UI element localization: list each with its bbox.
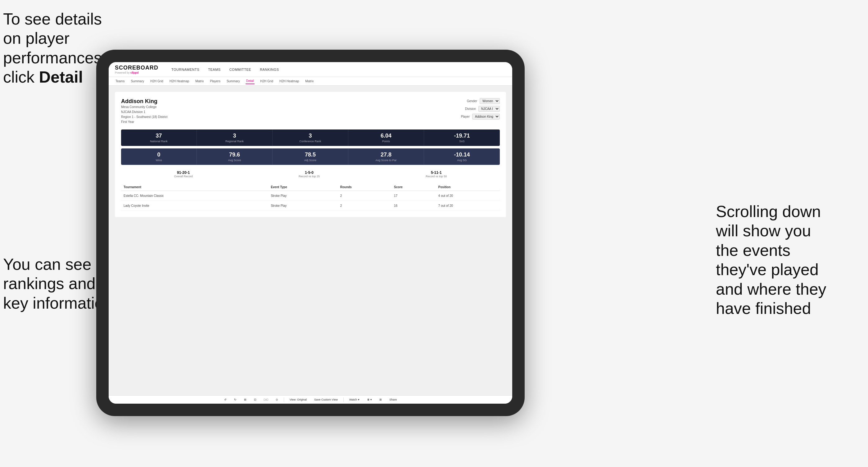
toolbar-circle[interactable]: ⊙	[274, 398, 280, 402]
player-name: Addison King	[121, 98, 168, 105]
stat-avg-score-label: Avg Score	[199, 159, 270, 162]
stat-avg-sg: -10.14 Avg SG	[424, 148, 500, 165]
sub-nav-h2hgrid1[interactable]: H2H Grid	[150, 79, 164, 84]
toolbar-redo[interactable]: ↻	[232, 398, 239, 402]
sub-nav-players[interactable]: Players	[210, 79, 221, 84]
stats-row-2: 0 Wins 79.6 Avg Score 78.5 Adj Score 27.…	[121, 148, 500, 165]
overall-record: 91-20-1 Overall Record	[174, 170, 193, 178]
stat-avg-sg-value: -10.14	[427, 152, 497, 158]
player-card: Addison King Mesa Community College NJCA…	[115, 92, 506, 217]
player-header: Addison King Mesa Community College NJCA…	[121, 98, 500, 125]
player-college: Mesa Community College	[121, 105, 168, 110]
sub-nav-matrix1[interactable]: Matrix	[195, 79, 204, 84]
logo-powered: Powered by clippd	[115, 71, 158, 74]
table-header-row: Tournament Event Type Rounds Score Posit…	[121, 184, 500, 191]
player-info: Addison King Mesa Community College NJCA…	[121, 98, 168, 125]
stat-sos-value: -19.71	[427, 132, 497, 139]
record-row: 91-20-1 Overall Record 1-5-0 Record vs t…	[121, 169, 500, 179]
position-2: 7 out of 20	[436, 201, 500, 211]
tablet-screen: SCOREBOARD Powered by clippd TOURNAMENTS…	[108, 62, 512, 404]
stat-sos-label: SoS	[427, 140, 497, 143]
table-row[interactable]: Lady Coyote Invite Stroke Play 2 16 7 ou…	[121, 201, 500, 211]
sub-nav-h2hgrid2[interactable]: H2H Grid	[259, 79, 274, 84]
record-top50: 5-11-1 Record vs top 50	[426, 170, 447, 178]
toolbar-grid1[interactable]: ⊞	[242, 398, 248, 402]
toolbar-grid3[interactable]: ⊞	[377, 398, 384, 402]
stat-adj-score-value: 78.5	[275, 152, 345, 158]
event-type-2: Stroke Play	[268, 201, 338, 211]
toolbar-sep-1	[284, 398, 284, 402]
toolbar-share[interactable]: Share	[388, 398, 399, 402]
stat-points-label: Points	[351, 140, 421, 143]
toolbar-watch[interactable]: Watch ▾	[347, 398, 361, 402]
division-filter: Division NJCAA I	[465, 106, 500, 112]
top-nav: SCOREBOARD Powered by clippd TOURNAMENTS…	[108, 62, 512, 77]
overall-record-value: 91-20-1	[174, 170, 193, 175]
content-area: Addison King Mesa Community College NJCA…	[108, 86, 512, 395]
col-score: Score	[392, 184, 436, 191]
gender-select[interactable]: Women	[479, 98, 500, 104]
record-top50-value: 5-11-1	[426, 170, 447, 175]
nav-committee[interactable]: COMMITTEE	[229, 66, 252, 73]
tournament-name-1: Estella CC- Mountain Classic	[121, 191, 268, 201]
toolbar-dash[interactable]: □-□	[262, 398, 270, 402]
record-top25-value: 1-5-0	[299, 170, 320, 175]
sub-nav-h2hheatmap2[interactable]: H2H Heatmap	[279, 79, 300, 84]
sub-nav-h2hheatmap1[interactable]: H2H Heatmap	[169, 79, 190, 84]
stat-national-rank-label: National Rank	[124, 140, 194, 143]
col-rounds: Rounds	[338, 184, 392, 191]
stat-sos: -19.71 SoS	[424, 129, 500, 146]
player-filters: Gender Women Division NJCAA I	[461, 98, 500, 125]
stat-points: 6.04 Points	[348, 129, 424, 146]
nav-tournaments[interactable]: TOURNAMENTS	[171, 66, 200, 73]
toolbar-screen[interactable]: 🖥 ▾	[365, 398, 374, 402]
stat-conference-rank-value: 3	[275, 132, 345, 139]
toolbar-undo[interactable]: ↺	[222, 398, 228, 402]
sub-nav-matrix2[interactable]: Matrix	[305, 79, 314, 84]
overall-record-label: Overall Record	[174, 175, 193, 178]
stat-regional-rank-value: 3	[199, 132, 270, 139]
event-type-1: Stroke Play	[268, 191, 338, 201]
toolbar-save-custom[interactable]: Save Custom View	[312, 398, 340, 402]
record-top25-label: Record vs top 25	[299, 175, 320, 178]
player-label: Player	[461, 115, 470, 118]
stat-avg-score-value: 79.6	[199, 152, 270, 158]
logo-area: SCOREBOARD Powered by clippd	[115, 65, 158, 74]
table-row[interactable]: Estella CC- Mountain Classic Stroke Play…	[121, 191, 500, 201]
stat-conference-rank-label: Conference Rank	[275, 140, 345, 143]
stat-adj-score-label: Adj Score	[275, 159, 345, 162]
stat-wins: 0 Wins	[121, 148, 197, 165]
gender-filter: Gender Women	[467, 98, 500, 104]
score-2: 16	[392, 201, 436, 211]
stat-conference-rank: 3 Conference Rank	[273, 129, 348, 146]
stat-points-value: 6.04	[351, 132, 421, 139]
division-select[interactable]: NJCAA I	[478, 106, 500, 112]
toolbar-view-original[interactable]: View: Original	[288, 398, 309, 402]
sub-nav-teams[interactable]: Teams	[115, 79, 125, 84]
player-filter: Player Addison King	[461, 114, 500, 120]
tablet: SCOREBOARD Powered by clippd TOURNAMENTS…	[96, 50, 525, 416]
stat-national-rank-value: 37	[124, 132, 194, 139]
player-select[interactable]: Addison King	[472, 114, 500, 120]
col-tournament: Tournament	[121, 184, 268, 191]
stat-regional-rank-label: Regional Rank	[199, 140, 270, 143]
logo-clippd: clippd	[130, 71, 139, 74]
sub-nav-detail[interactable]: Detail	[246, 78, 255, 84]
sub-nav-summary2[interactable]: Summary	[226, 79, 241, 84]
toolbar-grid2[interactable]: ⊡	[252, 398, 258, 402]
stat-avg-score-par-value: 27.8	[351, 152, 421, 158]
player-region: Region 1 - Southwest (18) District	[121, 115, 168, 120]
stat-avg-score-par-label: Avg Score to Par	[351, 159, 421, 162]
nav-teams[interactable]: TEAMS	[207, 66, 221, 73]
stat-regional-rank: 3 Regional Rank	[197, 129, 273, 146]
nav-rankings[interactable]: RANKINGS	[259, 66, 279, 73]
toolbar-sep-2	[343, 398, 344, 402]
stat-wins-value: 0	[124, 152, 194, 158]
stat-adj-score: 78.5 Adj Score	[273, 148, 348, 165]
sub-nav-summary1[interactable]: Summary	[130, 79, 145, 84]
tournament-name-2: Lady Coyote Invite	[121, 201, 268, 211]
annotation-right: Scrolling down will show you the events …	[716, 202, 865, 318]
stat-national-rank: 37 National Rank	[121, 129, 197, 146]
record-top25: 1-5-0 Record vs top 25	[299, 170, 320, 178]
col-event-type: Event Type	[268, 184, 338, 191]
